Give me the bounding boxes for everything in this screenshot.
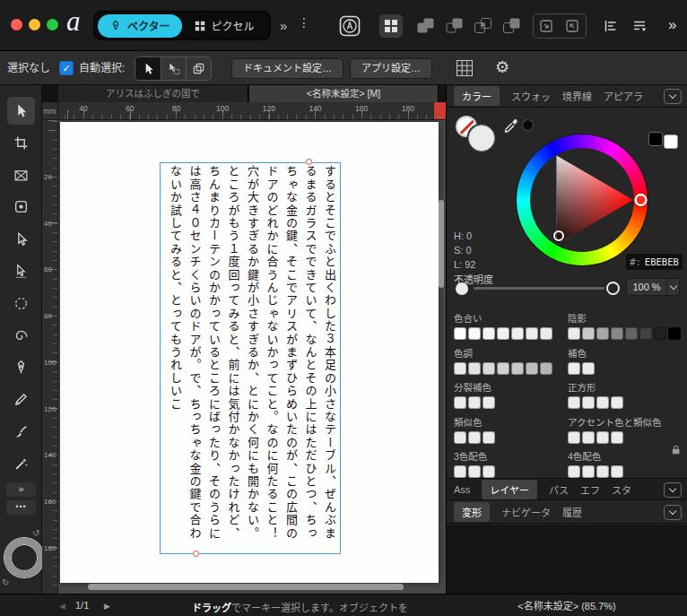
harmony-swatch[interactable] xyxy=(568,431,580,444)
corner-tool[interactable] xyxy=(7,322,35,350)
gear-icon[interactable]: ⚙ xyxy=(495,57,509,77)
harmony-swatch[interactable] xyxy=(654,327,666,340)
tab-color[interactable]: カラー xyxy=(454,86,500,106)
harmony-swatch[interactable] xyxy=(511,327,524,340)
fill-color-well[interactable] xyxy=(468,125,495,152)
order-options-icon[interactable] xyxy=(628,14,651,38)
harmony-swatch[interactable] xyxy=(540,327,552,340)
harmony-swatch[interactable] xyxy=(668,327,681,340)
auto-select-checkbox[interactable]: ✓ xyxy=(59,61,74,75)
transform-panel-menu-button[interactable] xyxy=(664,505,682,520)
harmony-swatch[interactable] xyxy=(582,362,595,375)
text-frame-handle-top[interactable] xyxy=(306,159,312,165)
lock-icon[interactable] xyxy=(672,445,682,455)
persona-overflow-chevron-icon[interactable]: » xyxy=(280,19,287,32)
designer-persona-icon[interactable] xyxy=(338,14,361,38)
transparency-tool[interactable] xyxy=(7,193,35,221)
grid-settings-icon[interactable] xyxy=(456,59,474,77)
boolean-add-icon[interactable] xyxy=(413,14,437,38)
harmony-swatch[interactable] xyxy=(540,362,552,375)
window-zoom-button[interactable] xyxy=(47,19,58,30)
point-transform-tool[interactable] xyxy=(7,290,35,317)
hex-value-field[interactable]: #: EBEBEB xyxy=(626,254,683,270)
harmony-swatch[interactable] xyxy=(468,431,481,444)
window-minimize-button[interactable] xyxy=(29,19,40,30)
tab-appearance[interactable]: アピアラ xyxy=(604,89,643,103)
tab-layers[interactable]: レイヤー xyxy=(482,480,537,499)
tab-stroke[interactable]: 境界線 xyxy=(562,89,592,103)
harmony-swatch[interactable] xyxy=(454,362,466,375)
studio-panel-menu-button[interactable] xyxy=(664,482,682,498)
harmony-swatch[interactable] xyxy=(596,396,609,409)
pen-tool[interactable] xyxy=(7,353,35,381)
boolean-divide-icon[interactable] xyxy=(500,14,523,38)
harmony-swatch[interactable] xyxy=(526,362,538,375)
harmony-swatch[interactable] xyxy=(582,396,595,409)
harmony-swatch[interactable] xyxy=(468,327,481,340)
hue-selector[interactable] xyxy=(636,195,647,205)
document-tab-untitled[interactable]: <名称未設定> [M] xyxy=(249,85,439,102)
previous-page-icon[interactable]: ◀ xyxy=(59,602,65,611)
vector-brush-tool[interactable] xyxy=(7,418,35,446)
text-frame-handle-bottom[interactable] xyxy=(193,551,199,557)
pencil-tool[interactable] xyxy=(7,386,35,413)
select-object-button[interactable] xyxy=(161,57,186,80)
boolean-intersect-icon[interactable] xyxy=(471,14,494,38)
contour-tool[interactable] xyxy=(7,257,35,285)
move-tool[interactable] xyxy=(7,97,35,125)
document-tab-alice[interactable]: アリスはふしぎの国で xyxy=(58,85,248,102)
window-close-button[interactable] xyxy=(11,19,22,30)
harmony-swatch[interactable] xyxy=(568,465,580,478)
vertical-ruler[interactable]: 20406080100120140160180 xyxy=(42,120,58,594)
node-tool[interactable] xyxy=(7,225,35,253)
alignment-icon[interactable] xyxy=(599,14,622,38)
select-cursor-button[interactable] xyxy=(135,57,161,80)
harmony-swatch[interactable] xyxy=(483,465,495,478)
document-settings-button[interactable]: ドキュメント設定… xyxy=(231,58,344,79)
swap-colors-icon[interactable]: ↺ xyxy=(32,528,39,538)
toolbar-overflow-chevron-icon[interactable]: » xyxy=(668,16,676,34)
harmony-swatch[interactable] xyxy=(596,327,609,340)
harmony-swatch[interactable] xyxy=(582,465,595,478)
color-panel-menu-button[interactable] xyxy=(664,89,682,104)
eyedropper-icon[interactable] xyxy=(502,117,519,134)
select-copy-button[interactable] xyxy=(186,57,211,80)
harmony-swatch[interactable] xyxy=(596,431,609,444)
eyedropper-color-well[interactable] xyxy=(522,119,534,131)
vector-crop-tool[interactable] xyxy=(7,161,35,189)
harmony-swatch[interactable] xyxy=(468,396,481,409)
fill-stroke-color-well[interactable] xyxy=(4,538,44,577)
tab-history[interactable]: 履歴 xyxy=(562,505,582,519)
horizontal-ruler[interactable]: 406080100120140160180 xyxy=(58,102,446,120)
harmony-swatch[interactable] xyxy=(611,431,623,444)
harmony-swatch[interactable] xyxy=(511,362,524,375)
rail-expand-button[interactable]: » xyxy=(6,482,36,497)
text-frame[interactable]: するとそこでふと出くわした３本足の小さなテーブル、ぜんぶまるまるガラスでできてい… xyxy=(160,162,341,554)
opacity-slider-origin[interactable] xyxy=(456,282,468,295)
tab-transform[interactable]: 変形 xyxy=(454,502,490,522)
harmony-swatch[interactable] xyxy=(454,327,466,340)
harmony-swatch[interactable] xyxy=(483,362,495,375)
harmony-swatch[interactable] xyxy=(526,327,538,340)
harmony-swatch[interactable] xyxy=(454,431,466,444)
harmony-swatch[interactable] xyxy=(625,327,638,340)
harmony-swatch[interactable] xyxy=(483,396,495,409)
rail-more-button[interactable]: ••• xyxy=(6,500,36,515)
tab-styles[interactable]: スタ xyxy=(612,482,631,497)
opacity-slider-track[interactable] xyxy=(474,287,604,290)
insert-inside-icon[interactable] xyxy=(539,19,554,34)
insert-behind-icon[interactable] xyxy=(565,19,580,34)
tab-navigator[interactable]: ナビゲータ xyxy=(501,505,551,519)
harmony-swatch[interactable] xyxy=(611,327,623,340)
artboard-tool[interactable] xyxy=(7,129,35,157)
harmony-swatch[interactable] xyxy=(468,465,481,478)
black-swatch[interactable] xyxy=(648,132,663,146)
harmony-swatch[interactable] xyxy=(582,327,595,340)
opacity-value-dropdown[interactable]: 100 % xyxy=(626,278,680,296)
vertical-scrollbar[interactable] xyxy=(439,200,444,288)
reset-colors-icon[interactable]: ↻ xyxy=(2,577,9,587)
harmony-swatch[interactable] xyxy=(497,327,509,340)
harmony-swatch[interactable] xyxy=(568,327,580,340)
harmony-swatch[interactable] xyxy=(596,465,609,478)
persona-tab-vector[interactable]: ベクター xyxy=(98,14,182,38)
